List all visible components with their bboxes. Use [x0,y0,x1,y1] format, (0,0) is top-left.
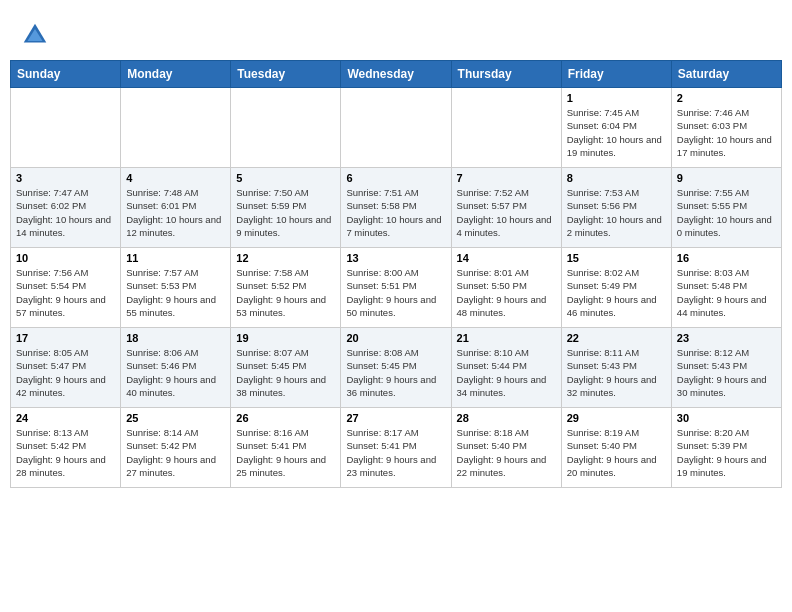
calendar-cell: 8 Sunrise: 7:53 AM Sunset: 5:56 PM Dayli… [561,168,671,248]
daylight-text: Daylight: 9 hours and 36 minutes. [346,374,436,398]
day-number: 26 [236,412,335,424]
day-info: Sunrise: 8:11 AM Sunset: 5:43 PM Dayligh… [567,346,666,399]
sunrise-text: Sunrise: 7:45 AM [567,107,639,118]
day-info: Sunrise: 8:12 AM Sunset: 5:43 PM Dayligh… [677,346,776,399]
daylight-text: Daylight: 10 hours and 19 minutes. [567,134,662,158]
calendar-cell: 25 Sunrise: 8:14 AM Sunset: 5:42 PM Dayl… [121,408,231,488]
daylight-text: Daylight: 9 hours and 55 minutes. [126,294,216,318]
sunrise-text: Sunrise: 8:08 AM [346,347,418,358]
calendar-cell: 29 Sunrise: 8:19 AM Sunset: 5:40 PM Dayl… [561,408,671,488]
calendar-week-2: 3 Sunrise: 7:47 AM Sunset: 6:02 PM Dayli… [11,168,782,248]
calendar-cell: 10 Sunrise: 7:56 AM Sunset: 5:54 PM Dayl… [11,248,121,328]
day-number: 29 [567,412,666,424]
day-info: Sunrise: 8:16 AM Sunset: 5:41 PM Dayligh… [236,426,335,479]
day-info: Sunrise: 7:52 AM Sunset: 5:57 PM Dayligh… [457,186,556,239]
sunrise-text: Sunrise: 7:53 AM [567,187,639,198]
weekday-header-row: SundayMondayTuesdayWednesdayThursdayFrid… [11,61,782,88]
day-number: 4 [126,172,225,184]
calendar-cell [451,88,561,168]
day-info: Sunrise: 8:00 AM Sunset: 5:51 PM Dayligh… [346,266,445,319]
daylight-text: Daylight: 9 hours and 23 minutes. [346,454,436,478]
sunrise-text: Sunrise: 8:06 AM [126,347,198,358]
calendar-cell: 7 Sunrise: 7:52 AM Sunset: 5:57 PM Dayli… [451,168,561,248]
weekday-header-thursday: Thursday [451,61,561,88]
calendar-week-5: 24 Sunrise: 8:13 AM Sunset: 5:42 PM Dayl… [11,408,782,488]
day-number: 15 [567,252,666,264]
day-info: Sunrise: 7:58 AM Sunset: 5:52 PM Dayligh… [236,266,335,319]
sunrise-text: Sunrise: 8:18 AM [457,427,529,438]
day-info: Sunrise: 8:06 AM Sunset: 5:46 PM Dayligh… [126,346,225,399]
day-number: 10 [16,252,115,264]
day-info: Sunrise: 7:56 AM Sunset: 5:54 PM Dayligh… [16,266,115,319]
sunrise-text: Sunrise: 7:50 AM [236,187,308,198]
day-info: Sunrise: 8:18 AM Sunset: 5:40 PM Dayligh… [457,426,556,479]
sunrise-text: Sunrise: 7:58 AM [236,267,308,278]
sunset-text: Sunset: 6:01 PM [126,200,196,211]
calendar-table: SundayMondayTuesdayWednesdayThursdayFrid… [10,60,782,488]
daylight-text: Daylight: 10 hours and 4 minutes. [457,214,552,238]
sunset-text: Sunset: 5:58 PM [346,200,416,211]
calendar-cell: 17 Sunrise: 8:05 AM Sunset: 5:47 PM Dayl… [11,328,121,408]
day-info: Sunrise: 8:02 AM Sunset: 5:49 PM Dayligh… [567,266,666,319]
calendar-cell: 19 Sunrise: 8:07 AM Sunset: 5:45 PM Dayl… [231,328,341,408]
sunrise-text: Sunrise: 7:46 AM [677,107,749,118]
day-number: 9 [677,172,776,184]
day-number: 12 [236,252,335,264]
day-info: Sunrise: 8:03 AM Sunset: 5:48 PM Dayligh… [677,266,776,319]
daylight-text: Daylight: 10 hours and 9 minutes. [236,214,331,238]
day-number: 8 [567,172,666,184]
day-number: 22 [567,332,666,344]
day-number: 16 [677,252,776,264]
day-info: Sunrise: 8:13 AM Sunset: 5:42 PM Dayligh… [16,426,115,479]
sunrise-text: Sunrise: 8:17 AM [346,427,418,438]
daylight-text: Daylight: 9 hours and 57 minutes. [16,294,106,318]
weekday-header-monday: Monday [121,61,231,88]
sunset-text: Sunset: 5:46 PM [126,360,196,371]
calendar-cell: 3 Sunrise: 7:47 AM Sunset: 6:02 PM Dayli… [11,168,121,248]
calendar-cell: 23 Sunrise: 8:12 AM Sunset: 5:43 PM Dayl… [671,328,781,408]
daylight-text: Daylight: 10 hours and 7 minutes. [346,214,441,238]
sunrise-text: Sunrise: 8:01 AM [457,267,529,278]
calendar-cell: 14 Sunrise: 8:01 AM Sunset: 5:50 PM Dayl… [451,248,561,328]
sunrise-text: Sunrise: 7:55 AM [677,187,749,198]
daylight-text: Daylight: 10 hours and 17 minutes. [677,134,772,158]
sunrise-text: Sunrise: 7:56 AM [16,267,88,278]
calendar-cell: 11 Sunrise: 7:57 AM Sunset: 5:53 PM Dayl… [121,248,231,328]
calendar-cell: 12 Sunrise: 7:58 AM Sunset: 5:52 PM Dayl… [231,248,341,328]
calendar-cell: 1 Sunrise: 7:45 AM Sunset: 6:04 PM Dayli… [561,88,671,168]
daylight-text: Daylight: 9 hours and 20 minutes. [567,454,657,478]
day-info: Sunrise: 7:50 AM Sunset: 5:59 PM Dayligh… [236,186,335,239]
daylight-text: Daylight: 9 hours and 34 minutes. [457,374,547,398]
daylight-text: Daylight: 9 hours and 19 minutes. [677,454,767,478]
daylight-text: Daylight: 9 hours and 27 minutes. [126,454,216,478]
daylight-text: Daylight: 9 hours and 30 minutes. [677,374,767,398]
day-number: 30 [677,412,776,424]
daylight-text: Daylight: 9 hours and 53 minutes. [236,294,326,318]
daylight-text: Daylight: 10 hours and 12 minutes. [126,214,221,238]
sunset-text: Sunset: 6:04 PM [567,120,637,131]
sunrise-text: Sunrise: 7:57 AM [126,267,198,278]
sunset-text: Sunset: 5:40 PM [457,440,527,451]
day-info: Sunrise: 8:14 AM Sunset: 5:42 PM Dayligh… [126,426,225,479]
day-number: 14 [457,252,556,264]
day-number: 24 [16,412,115,424]
day-number: 20 [346,332,445,344]
day-info: Sunrise: 7:48 AM Sunset: 6:01 PM Dayligh… [126,186,225,239]
calendar-cell [121,88,231,168]
sunset-text: Sunset: 5:39 PM [677,440,747,451]
daylight-text: Daylight: 9 hours and 50 minutes. [346,294,436,318]
day-info: Sunrise: 8:20 AM Sunset: 5:39 PM Dayligh… [677,426,776,479]
sunrise-text: Sunrise: 8:11 AM [567,347,639,358]
sunset-text: Sunset: 5:53 PM [126,280,196,291]
calendar-cell [341,88,451,168]
day-info: Sunrise: 8:10 AM Sunset: 5:44 PM Dayligh… [457,346,556,399]
sunset-text: Sunset: 5:45 PM [346,360,416,371]
calendar-week-1: 1 Sunrise: 7:45 AM Sunset: 6:04 PM Dayli… [11,88,782,168]
calendar-cell: 22 Sunrise: 8:11 AM Sunset: 5:43 PM Dayl… [561,328,671,408]
sunset-text: Sunset: 6:02 PM [16,200,86,211]
daylight-text: Daylight: 9 hours and 28 minutes. [16,454,106,478]
sunrise-text: Sunrise: 8:05 AM [16,347,88,358]
daylight-text: Daylight: 9 hours and 32 minutes. [567,374,657,398]
sunset-text: Sunset: 5:47 PM [16,360,86,371]
day-info: Sunrise: 8:19 AM Sunset: 5:40 PM Dayligh… [567,426,666,479]
